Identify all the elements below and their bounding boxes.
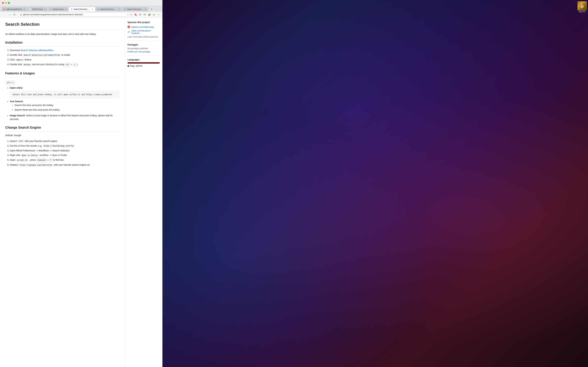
dog-thumbnail[interactable] — [578, 1, 587, 10]
ruby-dot — [128, 65, 129, 67]
sidebar-divider-2 — [128, 56, 160, 56]
install-step-4: Double click Hotkey and set your shortcu… — [10, 63, 120, 67]
dog-label: dog.JPG — [579, 11, 585, 13]
tab-close-2[interactable]: ✕ — [44, 8, 46, 10]
tab-favicon-5: G — [97, 8, 99, 10]
link-icon: 🔗 — [128, 31, 130, 33]
tab-4[interactable]: G Search this lines and ✕ — [69, 7, 95, 11]
page-content: Search Selection An Alfred workflow to d… — [0, 18, 162, 367]
download-link[interactable]: Search Selection.alfredworkflow — [21, 49, 53, 52]
tab-favicon-2: 📄 — [29, 8, 31, 10]
tab-close-4[interactable]: ✕ — [91, 8, 94, 10]
page-title: Search Selection — [5, 21, 120, 30]
text-search-item-2: Search these two lines and press the hot… — [14, 108, 120, 112]
sponsor-paypal: 🔗 willbc.cn/#/donation?PayPalA... — [128, 30, 160, 34]
engine-step-3: Open Alfred Preferences -> Workflows -> … — [10, 149, 120, 152]
address-bar: ← → ↻ 🔒 github.com/willbchang/alfred-sea… — [0, 11, 162, 18]
patreon-link[interactable]: patreon.com/willbchang — [131, 26, 154, 28]
tab-close-1[interactable]: ✕ — [23, 8, 26, 10]
install-step-3: Click Import Button. — [10, 58, 120, 62]
toolbar-icons: ☆ 🔖 ⬇ ✉ 🧩 ● ⋯ — [129, 13, 160, 17]
tab-title-1: willbchang/alfred-se — [6, 8, 22, 10]
tab-favicon-4: G — [70, 8, 73, 10]
install-step-1: Download Search Selection.alfredworkflow — [10, 49, 120, 52]
tab-favicon-6: G — [124, 8, 126, 10]
open-urls-label: Open url(s): — [10, 86, 23, 89]
change-engine-list: Search test with your favorite search en… — [5, 139, 120, 167]
open-urls-example: Select this line and press hotkey, it wi… — [10, 91, 120, 98]
tab-title-5: Search this lines and — [100, 8, 117, 10]
tab-title-3: Hacker News — [53, 8, 64, 10]
packages-heading: Packages — [128, 43, 160, 46]
bookmark-filled-icon[interactable]: 🔖 — [134, 13, 138, 17]
extension-icon[interactable]: 🧩 — [147, 13, 151, 17]
sidebar-divider-1 — [128, 41, 160, 41]
bookmark-icon[interactable]: ☆ — [129, 13, 133, 17]
paypal-link[interactable]: willbc.cn/#/donation?PayPalA... — [131, 30, 160, 34]
close-button[interactable] — [2, 2, 4, 4]
tabs-bar: 🐙 willbchang/alfred-se ✕ 📄 Will B Chang … — [0, 6, 162, 11]
features-heading: Features & Usages — [5, 71, 120, 77]
url-bar[interactable]: 🔒 github.com/willbchang/alfred-search-se… — [18, 12, 128, 17]
tab-favicon-1: 🐙 — [3, 8, 5, 10]
profile-icon[interactable]: ● — [152, 13, 156, 17]
ruby-name: Ruby — [130, 65, 135, 67]
tab-title-6: Search these two lin... — [127, 8, 143, 10]
download-icon[interactable]: ⬇ — [138, 13, 142, 17]
tab-2[interactable]: 📄 Will B Chang ✕ — [27, 7, 48, 11]
engine-step-2: Get the url from the results, e.g. https… — [10, 144, 120, 148]
tab-close-5[interactable]: ✕ — [118, 8, 120, 10]
tab-1[interactable]: 🐙 willbchang/alfred-se ✕ — [1, 7, 27, 11]
url-text: github.com/willbchang/alfred-search-sele… — [23, 13, 126, 16]
sponsor-patreon: P patreon.com/willbchang — [128, 25, 160, 28]
shortcut-s: s — [12, 81, 14, 84]
tab-3[interactable]: Y Hacker News ✕ — [48, 7, 69, 11]
back-button[interactable]: ← — [2, 13, 6, 17]
tab-favicon-3: Y — [50, 8, 52, 10]
change-engine-heading: Change Search Engine — [5, 125, 120, 132]
feature-open-urls: Open url(s): Select this line and press … — [10, 86, 120, 99]
browser-window: 🐙 willbchang/alfred-se ✕ 📄 Will B Chang … — [0, 0, 162, 367]
main-content: Search Selection An Alfred workflow to d… — [0, 18, 125, 367]
text-search-item-1: Search this lines and press the hotkey. — [14, 103, 120, 107]
install-step-2: Double click Search Selection.alfredwork… — [10, 53, 120, 57]
ruby-percent: 100.0% — [136, 65, 142, 67]
image-search-label: Image Search: — [10, 114, 26, 117]
forward-button[interactable]: → — [7, 13, 11, 17]
maximize-button[interactable] — [8, 2, 10, 4]
patreon-icon: P — [128, 25, 130, 28]
tab-5[interactable]: G Search this lines and ✕ — [95, 7, 122, 11]
installation-list: Download Search Selection.alfredworkflow… — [5, 49, 120, 67]
ruby-bar-fill — [128, 62, 160, 64]
sidebar: Sponsor this project P patreon.com/willb… — [125, 18, 162, 367]
mail-icon[interactable]: ✉ — [143, 13, 147, 17]
learn-more-text: Learn more about GitHub sponsors — [128, 36, 160, 38]
engine-step-1: Search test with your favorite search en… — [10, 139, 120, 143]
window-controls — [2, 2, 10, 4]
shortcut-display: alt + s — [5, 81, 15, 85]
default-engine: Default: Google — [5, 133, 120, 137]
ruby-lang-item: Ruby 100.0% — [128, 65, 160, 67]
minimize-button[interactable] — [5, 2, 7, 4]
tab-title-2: Will B Chang — [32, 8, 43, 10]
system-corner: dog.JPG — [578, 1, 587, 13]
language-bar — [128, 62, 160, 64]
shortcut-alt: alt — [7, 81, 10, 84]
engine-step-6: Replace https://google.com/search?q= wit… — [10, 163, 120, 167]
installation-heading: Installation — [5, 40, 120, 47]
sponsor-heading: Sponsor this project — [128, 21, 160, 24]
tab-close-3[interactable]: ✕ — [65, 8, 67, 10]
lock-icon: 🔒 — [20, 13, 22, 16]
languages-heading: Languages — [128, 58, 160, 61]
feature-image-search: Image Search: Select a local image or br… — [10, 114, 120, 121]
github-sponsors-link[interactable]: GitHub sponsors — [144, 36, 158, 38]
tab-6[interactable]: G Search these two lin... ✕ — [122, 7, 148, 11]
packages-section: Packages No packages published Publish y… — [128, 43, 160, 53]
refresh-button[interactable]: ↻ — [12, 13, 17, 17]
more-icon[interactable]: ⋯ — [156, 13, 160, 17]
engine-step-4: Right click Open in Editor workflow -> O… — [10, 153, 120, 157]
new-tab-button[interactable]: + — [149, 7, 154, 11]
publish-link[interactable]: Publish your first package — [128, 51, 150, 53]
tab-close-6[interactable]: ✕ — [144, 8, 147, 10]
feature-text-search: Text Search: Search this lines and press… — [10, 100, 120, 112]
